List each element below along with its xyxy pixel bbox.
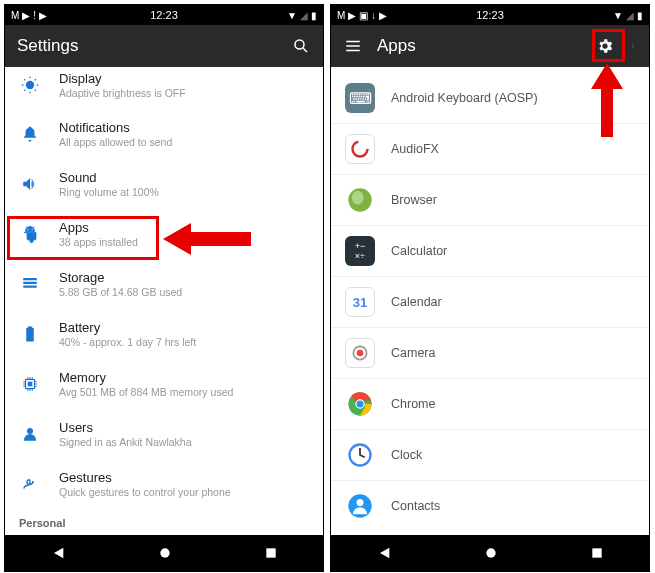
nav-home-icon[interactable] [483,545,499,561]
hamburger-icon[interactable] [343,36,363,56]
triangle-icon: ▶ [39,10,47,21]
phone-settings: M ▶ ! ▶ 12:23 ▼ ◢ ▮ Settings DisplayAdap… [4,4,324,572]
display-icon [19,74,41,96]
app-label: AudioFX [391,142,439,156]
nav-back-icon[interactable] [50,545,66,561]
keyboard-icon: ⌨ [345,83,375,113]
android-icon [19,223,41,245]
settings-title: Settings [17,36,277,56]
nav-back-icon[interactable] [376,545,392,561]
app-row-chrome[interactable]: Chrome [331,378,649,429]
play-icon: ▶ [348,10,356,21]
app-label: Calculator [391,244,447,258]
svg-rect-33 [592,548,601,557]
signal-icon: ◢ [300,10,308,21]
app-row-contacts[interactable]: Contacts [331,480,649,531]
calculator-icon: +−×÷ [345,236,375,266]
app-row-calendar[interactable]: 31 Calendar [331,276,649,327]
settings-item-apps[interactable]: Apps38 apps installed [5,209,323,259]
gmail-icon: M [11,10,19,21]
app-row-clock[interactable]: Clock [331,429,649,480]
search-icon[interactable] [291,36,311,56]
browser-icon [345,185,375,215]
play-icon: ▶ [22,10,30,21]
row-title: Sound [59,170,309,185]
app-label: Chrome [391,397,435,411]
settings-item-notifications[interactable]: NotificationsAll apps allowed to send [5,109,323,159]
app-row-camera[interactable]: Camera [331,327,649,378]
row-title: Gestures [59,470,309,485]
app-row-audiofx[interactable]: AudioFX [331,123,649,174]
app-label: Calendar [391,295,442,309]
row-subtitle: Signed in as Ankit Nawlakha [59,436,309,448]
row-title: Notifications [59,120,309,135]
status-bar: M ▶ ▣ ↓ ▶ 12:23 ▼ ◢ ▮ [331,5,649,25]
svg-point-19 [633,47,634,48]
settings-item-memory[interactable]: MemoryAvg 501 MB of 884 MB memory used [5,359,323,409]
battery-icon: ▮ [311,10,317,21]
row-title: Display [59,71,309,86]
row-title: Apps [59,220,309,235]
row-title: Memory [59,370,309,385]
settings-item-sound[interactable]: SoundRing volume at 100% [5,159,323,209]
overflow-icon[interactable] [629,36,637,56]
svg-point-27 [357,401,364,408]
row-subtitle: Avg 501 MB of 884 MB memory used [59,386,309,398]
nav-recent-icon[interactable] [264,546,278,560]
settings-item-battery[interactable]: Battery40% - approx. 1 day 7 hrs left [5,309,323,359]
phone-apps: M ▶ ▣ ↓ ▶ 12:23 ▼ ◢ ▮ Apps ⌨ Android Key… [330,4,650,572]
memory-icon [19,373,41,395]
svg-point-3 [27,229,28,230]
svg-point-10 [27,428,33,434]
status-time: 12:23 [476,9,504,21]
row-subtitle: 5.88 GB of 14.68 GB used [59,286,309,298]
settings-item-display[interactable]: DisplayAdaptive brightness is OFF [5,67,323,109]
svg-point-32 [486,548,495,557]
apps-appbar: Apps [331,25,649,67]
section-personal: Personal [5,509,323,533]
gear-icon[interactable] [595,36,615,56]
sound-icon [19,173,41,195]
bell-icon [19,123,41,145]
app-row-browser[interactable]: Browser [331,174,649,225]
row-subtitle: All apps allowed to send [59,136,309,148]
user-icon [19,423,41,445]
nav-recent-icon[interactable] [590,546,604,560]
settings-item-gestures[interactable]: GesturesQuick gestures to control your p… [5,459,323,509]
battery-icon [19,323,41,345]
nav-bar [331,535,649,571]
apps-list: ⌨ Android Keyboard (AOSP) AudioFX Browse… [331,67,649,535]
app-row-calculator[interactable]: +−×÷ Calculator [331,225,649,276]
row-subtitle: Ring volume at 100% [59,186,309,198]
gesture-icon [19,473,41,495]
nav-home-icon[interactable] [157,545,173,561]
svg-point-20 [353,142,368,157]
svg-rect-15 [346,45,360,47]
svg-point-11 [160,548,169,557]
picture-icon: ▣ [359,10,368,21]
settings-list: DisplayAdaptive brightness is OFF Notifi… [5,67,323,535]
row-subtitle: Quick gestures to control your phone [59,486,309,498]
settings-item-users[interactable]: UsersSigned in as Ankit Nawlakha [5,409,323,459]
status-bar: M ▶ ! ▶ 12:23 ▼ ◢ ▮ [5,5,323,25]
app-label: Browser [391,193,437,207]
svg-point-31 [357,499,364,506]
row-title: Battery [59,320,309,335]
settings-item-storage[interactable]: Storage5.88 GB of 14.68 GB used [5,259,323,309]
battery-icon: ▮ [637,10,643,21]
contacts-icon [345,491,375,521]
svg-point-0 [295,40,304,49]
row-title: Storage [59,270,309,285]
row-subtitle: Adaptive brightness is OFF [59,87,309,99]
app-row-keyboard[interactable]: ⌨ Android Keyboard (AOSP) [331,67,649,123]
signal-icon: ◢ [626,10,634,21]
svg-rect-16 [346,50,360,52]
svg-rect-6 [23,282,37,284]
svg-point-22 [352,191,364,205]
app-label: Android Keyboard (AOSP) [391,91,538,105]
clock-icon [345,440,375,470]
settings-appbar: Settings [5,25,323,67]
apps-title: Apps [377,36,581,56]
wifi-icon: ▼ [613,10,623,21]
app-label: Clock [391,448,422,462]
